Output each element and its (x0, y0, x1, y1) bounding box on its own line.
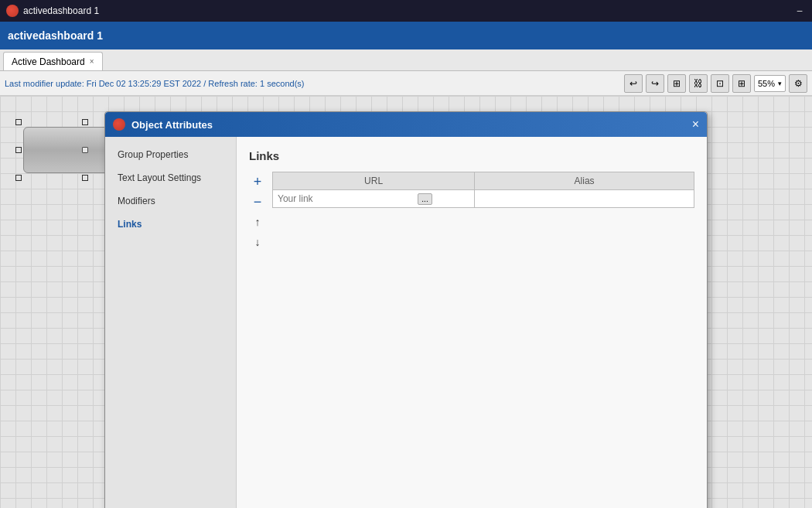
redo-button[interactable]: ↪ (646, 74, 664, 93)
grid-button[interactable]: ⊡ (711, 74, 729, 93)
nav-links[interactable]: Links (105, 213, 236, 236)
undo-button[interactable]: ↩ (624, 74, 643, 93)
dialog-content-area: Links + − ↑ ↓ (237, 137, 707, 508)
links-table: URL Alias ... (272, 172, 694, 208)
refresh-rate: 1 second(s) (260, 79, 304, 88)
dialog-nav: Group Properties Text Layout Settings Mo… (105, 137, 237, 508)
connect-button[interactable]: ⊞ (667, 74, 686, 93)
tab-close-icon[interactable]: × (90, 57, 94, 66)
move-link-up-button[interactable]: ↑ (249, 213, 266, 230)
app-bar-title: activedashboard 1 (8, 29, 103, 42)
toolbar-info: Last modifier update: Fri Dec 02 13:25:2… (5, 79, 621, 88)
links-area: + − ↑ ↓ URL Alias (249, 172, 694, 251)
dialog-overlay: Object Attributes × Group Properties Tex… (0, 96, 812, 508)
dialog-title-bar: Object Attributes × (105, 112, 707, 137)
tab-bar: Active Dashboard × (0, 49, 812, 71)
minimize-button[interactable]: − (793, 5, 806, 17)
move-link-down-button[interactable]: ↓ (249, 234, 266, 251)
add-link-button[interactable]: + (249, 173, 266, 190)
alias-header: Alias (475, 172, 694, 190)
nav-modifiers[interactable]: Modifiers (105, 189, 236, 213)
nav-group-properties[interactable]: Group Properties (105, 143, 236, 166)
dialog-body: Group Properties Text Layout Settings Mo… (105, 137, 707, 508)
tab-label: Active Dashboard (12, 56, 85, 67)
alias-cell (475, 190, 694, 208)
zoom-value: 55% (758, 79, 775, 88)
title-bar: activedashboard 1 − (0, 0, 812, 22)
remove-link-button[interactable]: − (249, 193, 266, 210)
zoom-control[interactable]: 55% ▾ (754, 75, 786, 92)
url-input[interactable] (276, 192, 415, 206)
app-bar: activedashboard 1 (0, 22, 812, 49)
links-table-container: URL Alias ... (272, 172, 694, 251)
links-actions: + − ↑ ↓ (249, 172, 266, 251)
browse-button[interactable]: ... (418, 193, 432, 205)
app-icon (6, 5, 19, 17)
settings-button[interactable]: ⚙ (789, 74, 807, 93)
url-cell: ... (273, 190, 475, 208)
tab-active-dashboard[interactable]: Active Dashboard × (3, 52, 103, 70)
nav-text-layout-settings[interactable]: Text Layout Settings (105, 166, 236, 189)
dialog-close-button[interactable]: × (692, 118, 699, 131)
alias-input[interactable] (478, 192, 648, 206)
object-attributes-dialog: Object Attributes × Group Properties Tex… (104, 111, 708, 508)
link-row: ... (273, 190, 694, 208)
dialog-icon (113, 118, 125, 131)
window-controls: − (793, 5, 806, 17)
url-header: URL (273, 172, 475, 190)
section-title: Links (249, 149, 694, 162)
toolbar: Last modifier update: Fri Dec 02 13:25:2… (0, 71, 812, 96)
zoom-dropdown-icon[interactable]: ▾ (778, 80, 782, 87)
canvas-area[interactable]: Object Attributes × Group Properties Tex… (0, 96, 812, 508)
dialog-title: Object Attributes (131, 119, 213, 131)
grid2-button[interactable]: ⊞ (732, 74, 751, 93)
title-bar-text: activedashboard 1 (23, 5, 99, 16)
link-button[interactable]: ⛓ (689, 74, 708, 93)
